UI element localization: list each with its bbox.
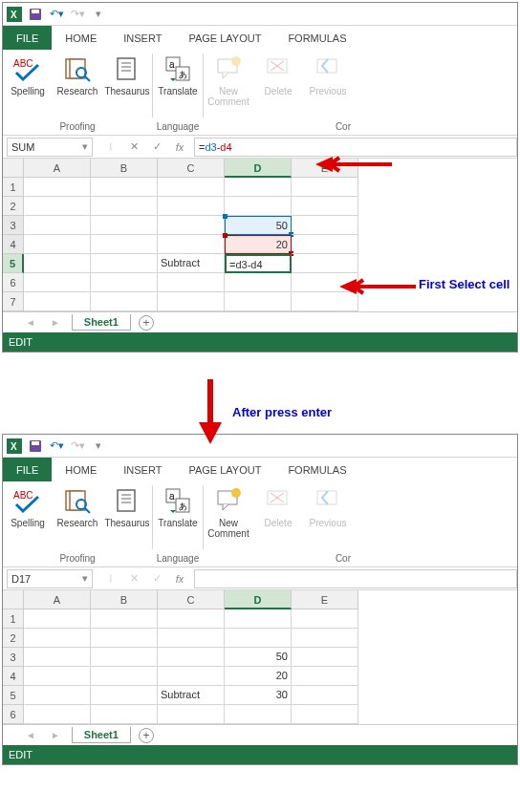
formula-bar-2: D17▾ ⁞ ✕ ✓ fx bbox=[3, 567, 517, 590]
svg-text:ABC: ABC bbox=[13, 58, 33, 69]
undo-icon[interactable]: ↶▾ bbox=[49, 7, 64, 22]
svg-text:a: a bbox=[169, 491, 175, 502]
name-box[interactable]: SUM▾ bbox=[7, 138, 93, 157]
cell-d5-editing[interactable]: =d3-d4 bbox=[225, 254, 292, 273]
save-icon[interactable] bbox=[28, 438, 43, 454]
cell-c5[interactable]: Subtract bbox=[158, 686, 225, 705]
excel-app-icon: X bbox=[7, 438, 22, 454]
fx-icon[interactable]: fx bbox=[173, 141, 186, 153]
sheet-tab-sheet1[interactable]: Sheet1 bbox=[72, 727, 131, 743]
tab-insert[interactable]: INSERT bbox=[110, 458, 175, 481]
language-group-label: Language bbox=[153, 119, 203, 135]
tab-file[interactable]: FILE bbox=[3, 458, 52, 481]
cell-c5[interactable]: Subtract bbox=[158, 254, 225, 273]
select-all-corner[interactable] bbox=[3, 590, 24, 609]
thesaurus-button[interactable]: Thesaurus bbox=[102, 481, 152, 551]
formula-input[interactable]: =d3-d4 bbox=[194, 138, 517, 157]
tab-file[interactable]: FILE bbox=[3, 26, 52, 50]
save-icon[interactable] bbox=[28, 7, 43, 22]
worksheet-grid-2[interactable]: A B C D E 1 2 350 420 5Subtract30 6 bbox=[3, 590, 517, 724]
qat-customize-icon[interactable]: ▾ bbox=[91, 7, 106, 22]
svg-text:X: X bbox=[11, 441, 17, 452]
cancel-formula-icon[interactable]: ✕ bbox=[127, 140, 141, 153]
new-comment-button: New Comment bbox=[204, 50, 253, 119]
tab-formulas[interactable]: FORMULAS bbox=[274, 458, 359, 481]
tab-home[interactable]: HOME bbox=[52, 26, 110, 50]
svg-text:X: X bbox=[11, 10, 17, 20]
col-header-c[interactable]: C bbox=[158, 159, 225, 178]
new-comment-icon bbox=[213, 53, 244, 84]
qat-customize-icon[interactable]: ▾ bbox=[91, 438, 106, 454]
enter-formula-icon: ✓ bbox=[150, 572, 163, 585]
ribbon-tabs: FILE HOME INSERT PAGE LAYOUT FORMULAS bbox=[3, 26, 517, 50]
new-comment-button[interactable]: New Comment bbox=[204, 481, 253, 551]
cell-d3[interactable]: 50 bbox=[225, 216, 292, 235]
previous-comment-button: Previous bbox=[303, 50, 353, 119]
sheet-nav-prev-icon[interactable]: ◄ bbox=[22, 317, 39, 328]
spelling-button[interactable]: ABCSpelling bbox=[3, 481, 53, 551]
ribbon-tabs-2: FILE HOME INSERT PAGE LAYOUT FORMULAS bbox=[3, 458, 517, 481]
translate-icon: aあ bbox=[162, 53, 193, 84]
sheet-nav-next-icon[interactable]: ► bbox=[47, 730, 64, 740]
svg-text:a: a bbox=[169, 59, 175, 70]
redo-icon[interactable]: ↷▾ bbox=[70, 7, 85, 22]
tab-page-layout[interactable]: PAGE LAYOUT bbox=[175, 26, 274, 50]
col-header-b[interactable]: B bbox=[91, 159, 158, 178]
first-select-annotation: First Select cell bbox=[419, 277, 509, 291]
ribbon: ABC Spelling Research Thesaurus Proofing… bbox=[3, 50, 517, 136]
cancel-formula-icon: ✕ bbox=[127, 572, 141, 585]
formula-input[interactable] bbox=[194, 569, 517, 588]
delete-comment-icon bbox=[263, 53, 293, 84]
thesaurus-button[interactable]: Thesaurus bbox=[102, 50, 152, 119]
cell-d4[interactable]: 20 bbox=[225, 235, 292, 254]
svg-rect-9 bbox=[118, 58, 135, 79]
select-all-corner[interactable] bbox=[3, 159, 24, 178]
svg-text:ABC: ABC bbox=[13, 490, 33, 501]
svg-rect-32 bbox=[118, 490, 135, 511]
tab-home[interactable]: HOME bbox=[52, 458, 110, 481]
ribbon-2: ABCSpelling Research Thesaurus Proofing … bbox=[3, 481, 517, 567]
fx-icon[interactable]: fx bbox=[173, 573, 186, 585]
sheet-tab-sheet1[interactable]: Sheet1 bbox=[72, 314, 131, 331]
previous-comment-icon bbox=[313, 53, 343, 84]
excel-app-icon: X bbox=[7, 7, 22, 22]
status-bar: EDIT bbox=[3, 332, 517, 352]
sheet-tabs-2: ◄ ► Sheet1 + bbox=[3, 724, 517, 745]
tab-formulas[interactable]: FORMULAS bbox=[274, 26, 359, 50]
quick-access-toolbar-2: X ↶▾ ↷▾ ▾ bbox=[3, 435, 517, 458]
enter-formula-icon[interactable]: ✓ bbox=[150, 140, 163, 153]
svg-text:あ: あ bbox=[179, 502, 187, 511]
sheet-nav-prev-icon[interactable]: ◄ bbox=[22, 730, 39, 740]
sheet-tabs: ◄ ► Sheet1 + bbox=[3, 311, 517, 332]
formula-bar: SUM▾ ⁞ ✕ ✓ fx =d3-d4 bbox=[3, 136, 517, 159]
spelling-icon: ABC bbox=[12, 53, 43, 84]
previous-comment-button: Previous bbox=[303, 481, 353, 551]
svg-point-18 bbox=[231, 56, 241, 66]
research-button[interactable]: Research bbox=[53, 50, 102, 119]
select-cell-arrow-icon bbox=[339, 277, 416, 296]
col-header-a[interactable]: A bbox=[24, 159, 91, 178]
svg-point-41 bbox=[231, 488, 241, 498]
cell-d5[interactable]: 30 bbox=[225, 686, 292, 705]
undo-icon[interactable]: ↶▾ bbox=[49, 438, 64, 454]
add-sheet-button[interactable]: + bbox=[139, 315, 154, 331]
name-box[interactable]: D17▾ bbox=[7, 569, 93, 588]
proofing-group-label: Proofing bbox=[3, 119, 152, 135]
col-header-d[interactable]: D bbox=[225, 159, 292, 178]
quick-access-toolbar: X ↶▾ ↷▾ ▾ bbox=[3, 3, 517, 26]
add-sheet-button[interactable]: + bbox=[139, 728, 154, 743]
redo-icon[interactable]: ↷▾ bbox=[70, 438, 85, 454]
after-enter-annotation: After press enter bbox=[232, 405, 332, 419]
delete-comment-button: Delete bbox=[253, 50, 303, 119]
tab-page-layout[interactable]: PAGE LAYOUT bbox=[175, 458, 274, 481]
cell-d4[interactable]: 20 bbox=[225, 667, 292, 686]
tab-insert[interactable]: INSERT bbox=[110, 26, 175, 50]
cell-d3[interactable]: 50 bbox=[225, 648, 292, 667]
formula-arrow-icon bbox=[315, 155, 392, 174]
translate-button[interactable]: aあ Translate bbox=[153, 50, 203, 119]
sheet-nav-next-icon[interactable]: ► bbox=[47, 317, 64, 328]
research-button[interactable]: Research bbox=[53, 481, 102, 551]
spelling-button[interactable]: ABC Spelling bbox=[3, 50, 53, 119]
svg-rect-26 bbox=[32, 441, 39, 445]
translate-button[interactable]: aあTranslate bbox=[153, 481, 203, 551]
